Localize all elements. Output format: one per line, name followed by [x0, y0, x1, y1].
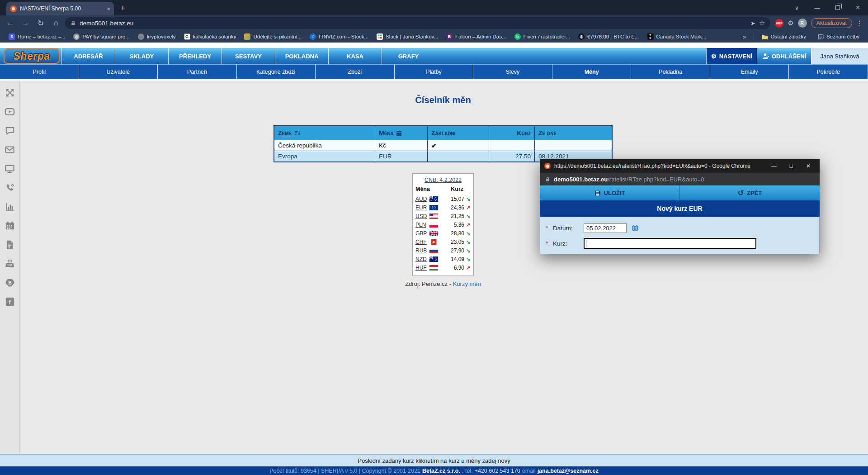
cnb-date-link[interactable]: ČNB: 4.2.2022 [415, 177, 471, 183]
bookmark-favicon: TE [647, 33, 654, 40]
currency-link[interactable]: EUR [415, 204, 428, 211]
reading-list-button[interactable]: Seznam četby [814, 34, 863, 40]
phone-icon[interactable] [4, 182, 15, 193]
bookmark-item[interactable]: SHome – betaz.cz –... [5, 33, 69, 40]
sherpa-logo[interactable]: Sherpa [4, 48, 60, 64]
currency-link[interactable]: RUB [415, 247, 428, 254]
kurzy-men-link[interactable]: Kurzy měn [453, 280, 481, 287]
adblock-icon[interactable]: ABP [775, 19, 783, 28]
url-text[interactable]: demo5001.betaz.eu [80, 20, 747, 27]
cash-register-icon[interactable] [4, 258, 15, 269]
browser-tab[interactable]: NASTAVENÍ Sherpa 5.00 × [6, 2, 114, 15]
rate-input[interactable] [584, 238, 756, 249]
currency-link[interactable]: PLN [415, 222, 428, 228]
currency-link[interactable]: USD [415, 213, 428, 219]
nav-item-pokladna[interactable]: POKLADNA [275, 48, 328, 64]
header-zeme[interactable]: Země [274, 126, 375, 140]
calendar-icon[interactable] [4, 220, 15, 231]
nav-item-kasa[interactable]: KASA [328, 48, 382, 64]
popup-form-title: Nový kurz EUR [540, 200, 820, 217]
new-tab-button[interactable]: + [120, 3, 125, 13]
subnav-profil[interactable]: Profil [0, 65, 79, 79]
save-button[interactable]: ULOŽIT [540, 185, 680, 200]
betaz-badge-icon[interactable]: B [4, 277, 15, 288]
popup-maximize-button[interactable]: □ [784, 163, 798, 169]
tab-search-icon[interactable]: ∨ [787, 0, 807, 15]
popup-close-button[interactable]: ✕ [802, 163, 815, 169]
expand-arrows-icon[interactable] [4, 87, 15, 98]
tab-close-icon[interactable]: × [107, 5, 110, 12]
reload-icon[interactable]: ↻ [34, 19, 47, 28]
rate-link[interactable]: 27.50 [489, 151, 535, 162]
nav-item-sklady[interactable]: SKLADY [115, 48, 168, 64]
bookmark-item[interactable]: fFINVIZ.com - Stock... [306, 33, 373, 40]
subnav-emaily[interactable]: Emaily [710, 65, 789, 79]
bookmark-item[interactable]: Udělejte si pikantní... [240, 33, 306, 40]
subnav-pokladna[interactable]: Pokladna [631, 65, 710, 79]
extensions-puzzle-icon[interactable]: ⚙︎ [788, 19, 793, 27]
forward-icon[interactable]: → [19, 19, 32, 28]
back-icon[interactable]: ← [4, 19, 16, 28]
nav-item-grafy[interactable]: GRAFY [382, 48, 435, 64]
subnav-platby[interactable]: Platby [395, 65, 474, 79]
header-kurz[interactable]: Kurz [489, 126, 535, 140]
bookmark-item[interactable]: fiFiverr / rastotrader... [510, 33, 575, 40]
currency-link[interactable]: AUD [415, 196, 428, 202]
header-mena[interactable]: Měna [375, 126, 428, 140]
date-input[interactable] [584, 223, 627, 233]
bookmark-item[interactable]: BFalcon – Admin Das... [442, 33, 510, 40]
home-icon[interactable]: ⌂ [50, 19, 62, 28]
bookmark-item[interactable]: kryptovoxely [134, 33, 180, 40]
currency-link[interactable]: HUF [415, 265, 428, 271]
nav-logout-button[interactable]: ODHLÁŠENÍ [757, 48, 811, 64]
facebook-icon[interactable]: f [4, 296, 15, 307]
bar-chart-icon[interactable] [4, 201, 15, 212]
bookmark-item[interactable]: TECanada Stock Mark... [643, 33, 711, 40]
bookmarks-bar: SHome – betaz.cz –... ◎PAY by square pre… [0, 31, 868, 43]
currency-link[interactable]: CHF [415, 239, 428, 245]
text-caret [586, 240, 586, 247]
footer-email-link[interactable]: jana.betaz@seznam.cz [538, 468, 599, 474]
currency-link[interactable]: GBP [415, 230, 428, 237]
subnav-kategorie-zbozi[interactable]: Kategorie zboží [237, 65, 316, 79]
bookmark-item[interactable]: ◎PAY by square pre... [69, 33, 133, 40]
bookmark-item[interactable]: Gkalkulačka solanky [180, 33, 241, 40]
currency-link[interactable]: NZD [415, 256, 428, 262]
header-zakladni[interactable]: Základní [428, 126, 489, 140]
bookmark-item[interactable]: ◎€7978.00 · BTC to E... [574, 33, 643, 40]
subnav-zbozi[interactable]: Zboží [316, 65, 395, 79]
video-icon[interactable] [4, 106, 15, 117]
subnav-uzivatele[interactable]: Uživatelé [79, 65, 158, 79]
profile-avatar[interactable]: R [798, 19, 807, 28]
back-button[interactable]: ↺ ZPĚT [680, 185, 820, 200]
mail-icon[interactable] [4, 144, 15, 155]
calendar-picker-icon[interactable] [632, 224, 639, 232]
subnav-partneri[interactable]: Partneři [158, 65, 237, 79]
close-button[interactable]: × [848, 0, 868, 15]
svg-text:f: f [9, 299, 11, 305]
bookmarks-overflow-icon[interactable]: » [739, 33, 750, 40]
nav-item-sestavy[interactable]: SESTAVY [222, 48, 275, 64]
minimize-button[interactable]: — [807, 0, 827, 15]
table-row[interactable]: Česká republika Kč ✔ [274, 140, 612, 151]
nav-settings-button[interactable]: ⚙ NASTAVENÍ [706, 48, 757, 64]
bookmark-item[interactable]: Slack | Jana Stankov... [373, 33, 442, 40]
monitor-icon[interactable] [4, 163, 15, 174]
popup-minimize-button[interactable]: — [767, 163, 781, 169]
bookmark-star-icon[interactable]: ☆ [759, 19, 765, 27]
restore-button[interactable] [827, 0, 848, 15]
nav-item-adresar[interactable]: ADRESÁŘ [61, 48, 115, 64]
update-chrome-button[interactable]: Aktualizovat [811, 18, 852, 28]
comment-icon[interactable] [4, 125, 15, 136]
subnav-pokrocile[interactable]: Pokročilé [789, 65, 868, 79]
subnav-slevy[interactable]: Slevy [473, 65, 552, 79]
other-bookmarks-button[interactable]: Ostatní záložky [758, 34, 811, 40]
chrome-menu-icon[interactable]: ⋮ [856, 19, 863, 27]
popup-titlebar[interactable]: https://demo5001.betaz.eu/ratelist/RTae.… [540, 159, 820, 173]
nav-item-prehledy[interactable]: PŘEHLEDY [168, 48, 222, 64]
invoice-icon[interactable]: $ [4, 239, 15, 250]
address-bar[interactable]: demo5001.betaz.eu ➤ ☆ [65, 17, 770, 29]
subnav-meny[interactable]: Měny [552, 65, 632, 79]
header-ze-dne[interactable]: Ze dne [535, 126, 612, 140]
send-icon[interactable]: ➤ [750, 20, 755, 27]
